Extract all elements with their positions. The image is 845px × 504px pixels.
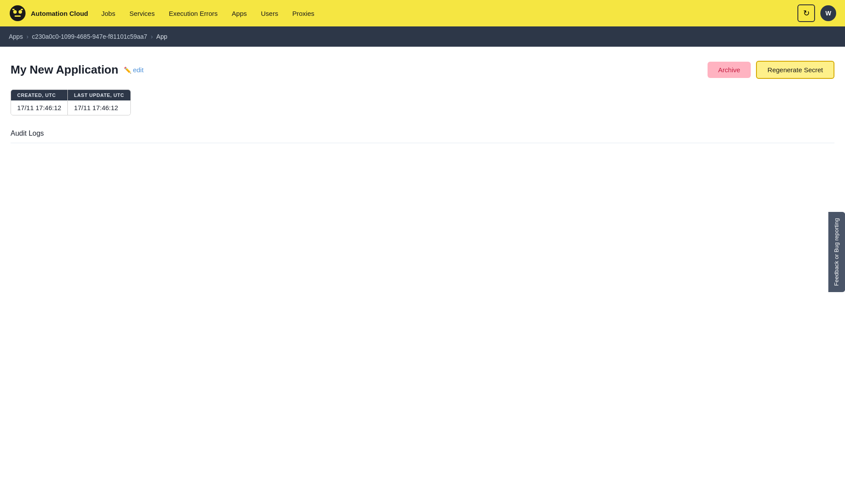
pencil-icon: ✏️: [124, 67, 131, 74]
header-actions: Archive Regenerate Secret: [708, 61, 834, 79]
svg-rect-5: [21, 9, 23, 10]
nav-link-services[interactable]: Services: [130, 10, 155, 17]
svg-point-0: [10, 5, 26, 21]
breadcrumb-bar: Apps › c230a0c0-1099-4685-947e-f81101c59…: [0, 26, 845, 47]
edit-link[interactable]: ✏️ edit: [124, 66, 144, 74]
feedback-container: Feedback or Bug reporting: [828, 212, 845, 292]
svg-rect-3: [15, 15, 21, 17]
page-title-area: My New Application ✏️ edit: [11, 63, 144, 77]
breadcrumb-apps[interactable]: Apps: [9, 33, 23, 40]
info-cards: CREATED, UTC 17/11 17:46:12 LAST UPDATE,…: [11, 89, 834, 115]
svg-point-2: [19, 10, 22, 14]
main-content: My New Application ✏️ edit Archive Regen…: [0, 47, 845, 157]
svg-rect-4: [12, 9, 15, 10]
created-value: 17/11 17:46:12: [11, 100, 67, 115]
breadcrumb-current: App: [156, 33, 167, 40]
user-avatar[interactable]: W: [820, 5, 836, 21]
nav-link-proxies[interactable]: Proxies: [292, 10, 314, 17]
nav-right: ↻ W: [797, 4, 836, 22]
page-header: My New Application ✏️ edit Archive Regen…: [11, 61, 834, 79]
audit-logs-section: Audit Logs: [11, 130, 834, 143]
edit-label: edit: [133, 66, 144, 74]
created-card: CREATED, UTC 17/11 17:46:12: [11, 89, 68, 115]
audit-logs-title: Audit Logs: [11, 130, 44, 137]
last-update-label: LAST UPDATE, UTC: [68, 90, 130, 100]
archive-button[interactable]: Archive: [708, 62, 751, 78]
nav-link-execution-errors[interactable]: Execution Errors: [169, 10, 218, 17]
nav-link-users[interactable]: Users: [261, 10, 278, 17]
feedback-button[interactable]: Feedback or Bug reporting: [828, 212, 845, 292]
page-title: My New Application: [11, 63, 119, 77]
nav-links: Jobs Services Execution Errors Apps User…: [101, 10, 797, 17]
created-label: CREATED, UTC: [11, 90, 67, 100]
nav-link-apps[interactable]: Apps: [232, 10, 247, 17]
brand-name: Automation Cloud: [31, 10, 88, 17]
refresh-button[interactable]: ↻: [797, 4, 815, 22]
breadcrumb-separator-1: ›: [26, 33, 29, 40]
last-update-value: 17/11 17:46:12: [68, 100, 130, 115]
svg-point-1: [13, 10, 17, 14]
top-nav: Automation Cloud Jobs Services Execution…: [0, 0, 845, 26]
nav-link-jobs[interactable]: Jobs: [101, 10, 115, 17]
last-update-card: LAST UPDATE, UTC 17/11 17:46:12: [68, 89, 131, 115]
logo-area[interactable]: Automation Cloud: [9, 4, 88, 22]
logo-icon: [9, 4, 26, 22]
regenerate-secret-button[interactable]: Regenerate Secret: [756, 61, 834, 79]
breadcrumb-app-id[interactable]: c230a0c0-1099-4685-947e-f81101c59aa7: [32, 33, 148, 40]
breadcrumb-separator-2: ›: [151, 33, 153, 40]
refresh-icon: ↻: [803, 8, 810, 18]
